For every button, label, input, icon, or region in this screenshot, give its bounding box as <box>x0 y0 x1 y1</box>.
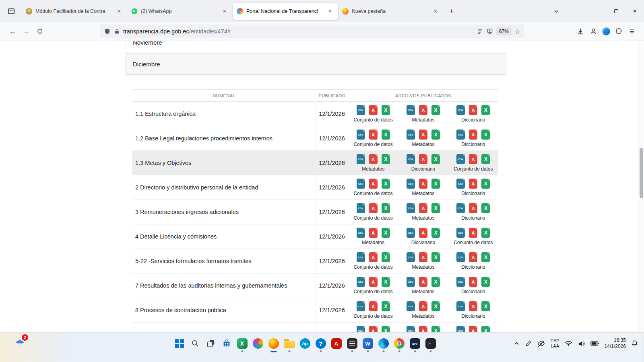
csv-file-icon[interactable]: CSV <box>456 179 465 189</box>
pdf-file-icon[interactable]: A <box>369 228 378 238</box>
pdf-file-icon[interactable]: A <box>469 105 477 115</box>
pdf-file-icon[interactable]: A <box>469 154 477 164</box>
pdf-file-icon[interactable]: A <box>419 130 427 140</box>
xls-file-icon[interactable]: X <box>382 203 390 213</box>
accordion-noviembre[interactable]: Noviembre <box>126 41 506 50</box>
pen-tray-button[interactable] <box>525 340 532 347</box>
back-button[interactable]: ← <box>6 25 19 38</box>
file-explorer-button[interactable] <box>282 333 297 354</box>
csv-file-icon[interactable]: CSV <box>357 179 365 189</box>
csv-file-icon[interactable]: CSV <box>357 326 365 332</box>
pdf-file-icon[interactable]: A <box>419 179 427 189</box>
xls-file-icon[interactable]: X <box>431 203 440 213</box>
xls-file-icon[interactable]: X <box>382 301 390 311</box>
clock[interactable]: 16:3514/1/2026 <box>605 337 626 350</box>
dark-app-button[interactable] <box>345 333 359 354</box>
volume-button[interactable] <box>578 340 585 348</box>
pdf-file-icon[interactable]: A <box>469 252 477 262</box>
reader-mode-icon[interactable] <box>477 28 483 35</box>
tab-close-icon[interactable]: × <box>431 7 440 15</box>
accordion-diciembre[interactable]: Diciembre <box>126 53 506 75</box>
csv-file-icon[interactable]: CSV <box>456 228 465 238</box>
xls-file-icon[interactable]: X <box>382 179 390 189</box>
csv-file-icon[interactable]: CSV <box>407 326 415 332</box>
close-window-button[interactable]: × <box>625 0 644 22</box>
xls-file-icon[interactable]: X <box>481 203 490 213</box>
xls-file-icon[interactable]: X <box>481 326 490 332</box>
pdf-file-icon[interactable]: A <box>419 301 427 311</box>
csv-file-icon[interactable]: CSV <box>456 203 465 213</box>
page-scrollbar[interactable] <box>638 41 644 332</box>
extensions-button[interactable] <box>613 25 625 38</box>
csv-file-icon[interactable]: CSV <box>407 154 415 164</box>
wifi-button[interactable] <box>565 340 572 348</box>
csv-file-icon[interactable]: CSV <box>357 301 365 311</box>
xls-file-icon[interactable]: X <box>431 277 440 287</box>
xls-file-icon[interactable]: X <box>481 301 490 311</box>
csv-file-icon[interactable]: CSV <box>407 301 415 311</box>
xls-file-icon[interactable]: X <box>431 154 440 164</box>
address-bar[interactable]: transparencia.dpe.gob.ec/entidades/474# … <box>100 25 524 38</box>
xls-file-icon[interactable]: X <box>481 105 490 115</box>
pdf-file-icon[interactable]: A <box>369 326 378 332</box>
xls-file-icon[interactable]: X <box>382 154 390 164</box>
xls-file-icon[interactable]: X <box>481 130 490 140</box>
hp-button[interactable]: hp <box>297 333 312 354</box>
pdf-file-icon[interactable]: A <box>369 179 378 189</box>
privacy-tray-button[interactable] <box>537 339 545 348</box>
pdf-file-icon[interactable]: A <box>469 203 477 213</box>
pdf-file-icon[interactable]: A <box>369 130 378 140</box>
word-button[interactable]: W <box>360 333 375 354</box>
firefox-button[interactable] <box>266 333 281 354</box>
csv-file-icon[interactable]: CSV <box>407 130 415 140</box>
xls-file-icon[interactable]: X <box>382 228 390 238</box>
store-button[interactable] <box>219 333 234 354</box>
pdf-file-icon[interactable]: A <box>469 179 477 189</box>
tab-close-icon[interactable]: × <box>221 7 229 15</box>
csv-file-icon[interactable]: CSV <box>407 203 415 213</box>
lock-icon[interactable] <box>114 29 120 35</box>
csv-file-icon[interactable]: CSV <box>456 326 465 332</box>
notification-center-button[interactable] <box>631 340 638 347</box>
xls-file-icon[interactable]: X <box>481 228 490 238</box>
firefox-view-button[interactable] <box>4 4 19 19</box>
pdf-file-icon[interactable]: A <box>419 203 427 213</box>
pdf-file-icon[interactable]: A <box>419 277 427 287</box>
pdf-file-icon[interactable]: A <box>369 154 378 164</box>
list-all-tabs-button[interactable] <box>549 4 564 19</box>
pdf-file-icon[interactable]: A <box>419 154 427 164</box>
scrollbar-thumb[interactable] <box>640 148 643 198</box>
csv-file-icon[interactable]: CSV <box>357 203 365 213</box>
weather-widget[interactable]: ☂ 2 <box>10 335 29 353</box>
csv-file-icon[interactable]: CSV <box>357 277 365 287</box>
csv-file-icon[interactable]: CSV <box>456 130 465 140</box>
xls-file-icon[interactable]: X <box>431 130 440 140</box>
xls-file-icon[interactable]: X <box>431 179 440 189</box>
xls-file-icon[interactable]: X <box>431 228 440 238</box>
language-indicator[interactable]: ESPLAA <box>551 338 559 349</box>
xls-file-icon[interactable]: X <box>431 301 440 311</box>
zoom-level-badge[interactable]: 67% <box>496 27 512 35</box>
browser-extension-button[interactable] <box>600 25 613 38</box>
terminal-button[interactable]: >_ <box>423 333 438 354</box>
csv-file-icon[interactable]: CSV <box>456 154 465 164</box>
pdf-file-icon[interactable]: A <box>469 326 477 332</box>
xls-file-icon[interactable]: X <box>481 277 490 287</box>
pdf-file-icon[interactable]: A <box>469 301 477 311</box>
xls-file-icon[interactable]: X <box>382 326 390 332</box>
csv-file-icon[interactable]: CSV <box>357 154 365 164</box>
xls-file-icon[interactable]: X <box>481 154 490 164</box>
pdf-file-icon[interactable]: A <box>419 228 427 238</box>
sri-button[interactable]: SRi <box>407 333 422 354</box>
xls-file-icon[interactable]: X <box>481 252 490 262</box>
get-help-button[interactable]: ? <box>313 333 328 354</box>
reload-button[interactable] <box>33 25 47 38</box>
save-page-icon[interactable] <box>487 28 493 35</box>
battery-button[interactable] <box>590 341 599 346</box>
csv-file-icon[interactable]: CSV <box>357 252 365 262</box>
pdf-file-icon[interactable]: A <box>469 277 477 287</box>
xls-file-icon[interactable]: X <box>431 326 440 332</box>
xls-file-icon[interactable]: X <box>382 105 390 115</box>
pdf-file-icon[interactable]: A <box>469 228 477 238</box>
xls-file-icon[interactable]: X <box>382 252 390 262</box>
